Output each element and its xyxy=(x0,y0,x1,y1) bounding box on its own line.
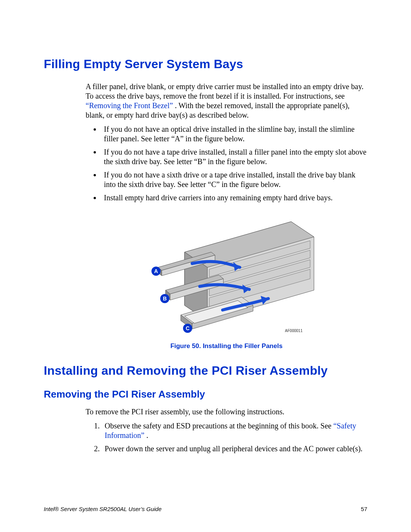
page-footer: Intel® Server System SR2500AL User’s Gui… xyxy=(44,506,367,512)
body-block-1: A filler panel, drive blank, or empty dr… xyxy=(86,82,367,350)
bullet-item: Install empty hard drive carriers into a… xyxy=(101,193,367,203)
footer-title: Intel® Server System SR2500AL User’s Gui… xyxy=(44,506,162,512)
bullet-item: If you do not have an optical drive inst… xyxy=(101,125,367,144)
callout-a-label: A xyxy=(154,268,158,274)
subheading-removing-pci: Removing the PCI Riser Assembly xyxy=(44,388,367,400)
body-block-2: To remove the PCI riser assembly, use th… xyxy=(86,407,367,454)
intro-text-pre: A filler panel, drive blank, or empty dr… xyxy=(86,82,363,100)
link-removing-front-bezel[interactable]: “Removing the Front Bezel” xyxy=(86,101,173,110)
bullet-item: If you do not have a tape drive installe… xyxy=(101,147,367,166)
heading-pci-riser: Installing and Removing the PCI Riser As… xyxy=(44,364,367,378)
step-list: Observe the safety and ESD precautions a… xyxy=(86,421,367,454)
step-item: Observe the safety and ESD precautions a… xyxy=(102,421,367,440)
figure-illustration: A B C AF000011 xyxy=(135,210,318,336)
figure-50: A B C AF000011 xyxy=(86,210,367,338)
step1-post: . xyxy=(146,431,148,439)
bullet-item: If you do not have a sixth drive or a ta… xyxy=(101,170,367,189)
step-item: Power down the server and unplug all per… xyxy=(102,444,367,454)
bullet-list: If you do not have an optical drive inst… xyxy=(86,125,367,203)
intro-paragraph: A filler panel, drive blank, or empty dr… xyxy=(86,82,367,120)
footer-page-number: 57 xyxy=(361,506,367,512)
callout-c-label: C xyxy=(186,325,190,331)
step1-pre: Observe the safety and ESD precautions a… xyxy=(105,422,333,430)
heading-filling-bays: Filling Empty Server System Bays xyxy=(44,57,367,71)
figure-af-code: AF000011 xyxy=(285,329,303,333)
callout-b-label: B xyxy=(163,296,167,302)
pci-intro-paragraph: To remove the PCI riser assembly, use th… xyxy=(86,407,367,417)
figure-caption: Figure 50. Installing the Filler Panels xyxy=(86,342,367,350)
